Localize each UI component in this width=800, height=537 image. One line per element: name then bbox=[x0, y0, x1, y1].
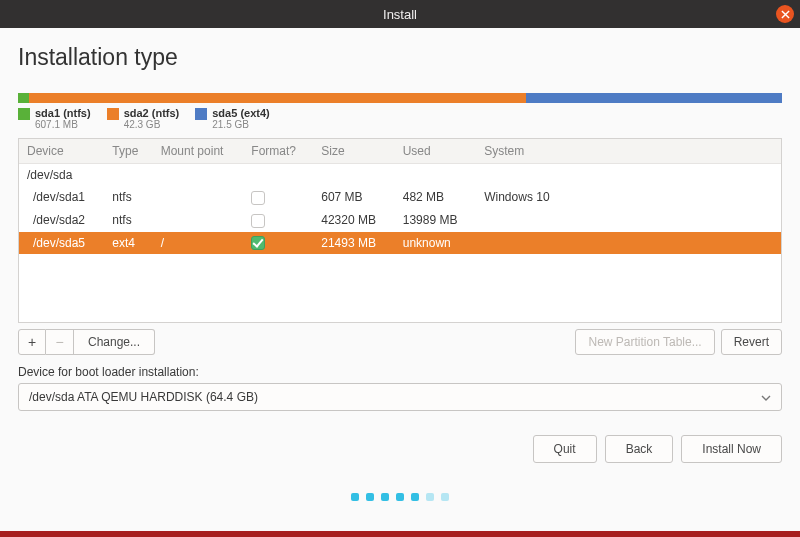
legend-swatch bbox=[18, 108, 30, 120]
usage-segment bbox=[526, 93, 782, 103]
format-checkbox[interactable] bbox=[251, 191, 265, 205]
format-checkbox[interactable] bbox=[251, 236, 265, 250]
col-type[interactable]: Type bbox=[104, 139, 152, 164]
remove-partition-button[interactable]: − bbox=[46, 329, 74, 355]
install-now-button[interactable]: Install Now bbox=[681, 435, 782, 463]
table-empty-space bbox=[19, 254, 781, 322]
cell-type: ntfs bbox=[104, 209, 152, 232]
cell-device: /dev/sda1 bbox=[19, 186, 104, 209]
legend-name: sda5 (ext4) bbox=[212, 107, 269, 119]
cell-type bbox=[104, 164, 152, 187]
cell-device: /dev/sda bbox=[19, 164, 104, 187]
chevron-down-icon bbox=[761, 390, 771, 404]
cell-mount: / bbox=[153, 232, 244, 255]
table-body: /dev/sda /dev/sda1 ntfs 607 MB 482 MB Wi… bbox=[19, 164, 781, 255]
col-used[interactable]: Used bbox=[395, 139, 477, 164]
legend-swatch bbox=[195, 108, 207, 120]
new-partition-table-button[interactable]: New Partition Table... bbox=[575, 329, 714, 355]
add-partition-button[interactable]: + bbox=[18, 329, 46, 355]
progress-dot bbox=[441, 493, 449, 501]
partition-table: Device Type Mount point Format? Size Use… bbox=[18, 138, 782, 323]
cell-mount bbox=[153, 209, 244, 232]
disk-usage-bar bbox=[18, 93, 782, 103]
close-button[interactable] bbox=[776, 5, 794, 23]
partition-toolbar: + − Change... New Partition Table... Rev… bbox=[18, 329, 782, 355]
bootloader-label: Device for boot loader installation: bbox=[18, 365, 782, 379]
progress-dots bbox=[0, 493, 800, 501]
format-checkbox[interactable] bbox=[251, 214, 265, 228]
legend-item: sda5 (ext4) 21.5 GB bbox=[195, 107, 269, 130]
cell-system: Windows 10 bbox=[476, 186, 781, 209]
legend-name: sda2 (ntfs) bbox=[124, 107, 180, 119]
cell-used: unknown bbox=[395, 232, 477, 255]
cell-format bbox=[243, 164, 313, 187]
col-device[interactable]: Device bbox=[19, 139, 104, 164]
disk-legend: sda1 (ntfs) 607.1 MB sda2 (ntfs) 42.3 GB… bbox=[18, 107, 782, 130]
table-row[interactable]: /dev/sda2 ntfs 42320 MB 13989 MB bbox=[19, 209, 781, 232]
progress-dot bbox=[381, 493, 389, 501]
cell-mount bbox=[153, 186, 244, 209]
legend-size: 42.3 GB bbox=[124, 119, 180, 130]
cell-used: 13989 MB bbox=[395, 209, 477, 232]
cell-used: 482 MB bbox=[395, 186, 477, 209]
legend-item: sda1 (ntfs) 607.1 MB bbox=[18, 107, 91, 130]
change-partition-button[interactable]: Change... bbox=[74, 329, 155, 355]
cell-system bbox=[476, 209, 781, 232]
legend-size: 21.5 GB bbox=[212, 119, 269, 130]
back-button[interactable]: Back bbox=[605, 435, 674, 463]
table-header: Device Type Mount point Format? Size Use… bbox=[19, 139, 781, 164]
col-system[interactable]: System bbox=[476, 139, 781, 164]
content-area: Installation type sda1 (ntfs) 607.1 MB s… bbox=[0, 28, 800, 463]
legend-item: sda2 (ntfs) 42.3 GB bbox=[107, 107, 180, 130]
progress-dot bbox=[366, 493, 374, 501]
cell-system bbox=[476, 232, 781, 255]
quit-button[interactable]: Quit bbox=[533, 435, 597, 463]
cell-mount bbox=[153, 164, 244, 187]
table-row[interactable]: /dev/sda5 ext4 / 21493 MB unknown bbox=[19, 232, 781, 255]
cell-size: 607 MB bbox=[313, 186, 394, 209]
bootloader-device-select[interactable]: /dev/sda ATA QEMU HARDDISK (64.4 GB) bbox=[18, 383, 782, 411]
legend-size: 607.1 MB bbox=[35, 119, 91, 130]
cell-format bbox=[243, 209, 313, 232]
cell-type: ntfs bbox=[104, 186, 152, 209]
table-row[interactable]: /dev/sda bbox=[19, 164, 781, 187]
nav-buttons: Quit Back Install Now bbox=[18, 435, 782, 463]
cell-size bbox=[313, 164, 394, 187]
revert-button[interactable]: Revert bbox=[721, 329, 782, 355]
table-row[interactable]: /dev/sda1 ntfs 607 MB 482 MB Windows 10 bbox=[19, 186, 781, 209]
cell-device: /dev/sda5 bbox=[19, 232, 104, 255]
legend-name: sda1 (ntfs) bbox=[35, 107, 91, 119]
usage-segment bbox=[18, 93, 29, 103]
page-title: Installation type bbox=[18, 44, 782, 71]
cell-type: ext4 bbox=[104, 232, 152, 255]
window-title: Install bbox=[383, 7, 417, 22]
col-mount[interactable]: Mount point bbox=[153, 139, 244, 164]
cell-system bbox=[476, 164, 781, 187]
cell-size: 21493 MB bbox=[313, 232, 394, 255]
progress-dot bbox=[426, 493, 434, 501]
cell-used bbox=[395, 164, 477, 187]
cell-device: /dev/sda2 bbox=[19, 209, 104, 232]
col-format[interactable]: Format? bbox=[243, 139, 313, 164]
cell-format bbox=[243, 186, 313, 209]
cell-size: 42320 MB bbox=[313, 209, 394, 232]
progress-dot bbox=[396, 493, 404, 501]
col-size[interactable]: Size bbox=[313, 139, 394, 164]
cell-format bbox=[243, 232, 313, 255]
footer-stripe bbox=[0, 531, 800, 537]
bootloader-selected: /dev/sda ATA QEMU HARDDISK (64.4 GB) bbox=[29, 390, 258, 404]
titlebar: Install bbox=[0, 0, 800, 28]
close-icon bbox=[781, 10, 790, 19]
usage-segment bbox=[29, 93, 526, 103]
progress-dot bbox=[411, 493, 419, 501]
progress-dot bbox=[351, 493, 359, 501]
legend-swatch bbox=[107, 108, 119, 120]
